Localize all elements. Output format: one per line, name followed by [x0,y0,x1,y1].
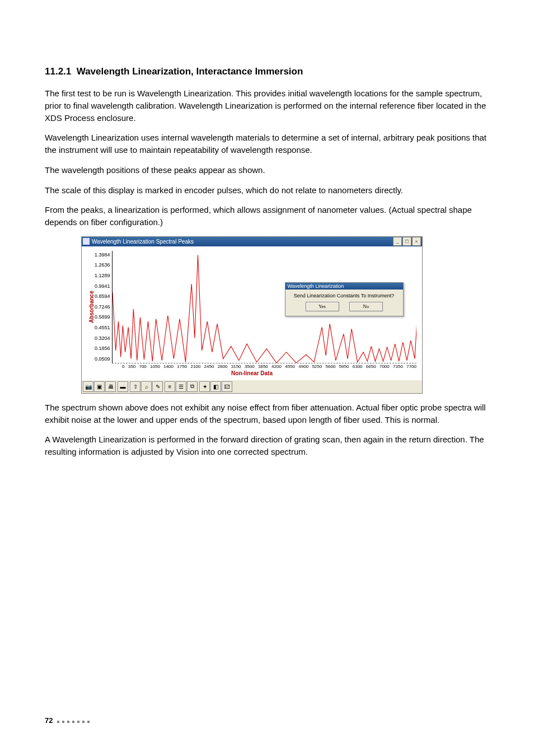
x-tick: 1400 [163,364,174,369]
section-heading: 11.2.1 Wavelength Linearization, Interac… [45,66,489,77]
chart-body: Absorbance 1.39841.26361.12890.99410.859… [82,246,422,380]
x-tick: 6300 [353,364,363,369]
y-axis-label: Absorbance [87,291,95,323]
window-icon [83,238,90,245]
paragraph: The first test to be run is Wavelength L… [45,87,489,124]
color-icon[interactable]: ▬ [118,381,128,392]
axis-down-icon[interactable]: ⌕ [141,381,152,392]
x-tick: 2800 [218,364,228,369]
list-icon[interactable]: ☰ [176,381,186,392]
x-tick: 5600 [326,364,336,369]
y-tick: 1.2636 [95,262,110,268]
y-tick: 0.9941 [95,283,110,289]
camera-icon[interactable]: 📷 [83,381,93,392]
x-tick: 5950 [339,364,349,369]
y-tick: 0.7246 [95,304,110,310]
footer-dots [57,716,92,725]
zoom-full-icon[interactable]: ▣ [94,381,105,392]
x-tick: 3850 [258,364,268,369]
y-tick: 0.5899 [95,314,110,320]
confirmation-dialog: Wavelength Linearization Send Linearizat… [285,282,404,316]
x-tick: 4200 [271,364,282,369]
section-number: 11.2.1 [45,66,71,77]
paragraph: The spectrum shown above does not exhibi… [45,402,489,426]
minimize-button[interactable]: _ [393,237,402,246]
close-button[interactable]: × [412,237,421,246]
x-tick: 1750 [177,364,187,369]
x-tick: 2100 [190,364,200,369]
y-tick: 1.3984 [95,252,110,258]
plot-area[interactable]: Wavelength Linearization Send Linearizat… [112,251,416,363]
no-button[interactable]: No [349,302,383,311]
x-tick: 7700 [406,364,416,369]
x-tick: 7350 [393,364,403,369]
y-tick: 1.1289 [95,273,110,278]
y-tick: 0.4551 [95,325,110,330]
marker-icon[interactable]: ✦ [199,381,210,392]
yes-button[interactable]: Yes [306,302,339,311]
grid-icon[interactable]: ✎ [152,381,163,392]
print-icon[interactable]: 🖶 [105,381,116,392]
maximize-button[interactable]: □ [402,237,411,246]
x-tick: 350 [128,364,135,369]
x-tick: 3150 [231,364,241,369]
page-footer: 72 [45,716,92,725]
x-tick: 7000 [380,364,390,369]
y-axis-ticks: 1.39841.26361.12890.99410.85940.72460.58… [95,251,112,362]
chart-window: Wavelength Linearization Spectral Peaks … [81,236,423,394]
x-tick: 700 [139,364,146,369]
paragraph: The scale of this display is marked in e… [45,184,489,197]
x-tick: 5250 [312,364,322,369]
x-tick: 0 [122,364,124,369]
window-title-bar[interactable]: Wavelength Linearization Spectral Peaks … [82,237,422,246]
y-tick: 0.8594 [95,293,110,299]
properties-icon[interactable]: 🗠 [222,381,232,392]
x-axis-ticks: 0350700105014001750210024502800315035003… [122,363,416,369]
y-tick: 0.0509 [95,356,110,362]
paragraph: The wavelength positions of these peaks … [45,164,489,176]
x-tick: 4550 [285,364,295,369]
region-icon[interactable]: ◧ [210,381,221,392]
x-tick: 6650 [366,364,376,369]
dialog-message: Send Linearization Constants To Instrume… [285,290,403,302]
paragraph: Wavelength Linearization uses internal w… [45,132,489,156]
x-tick: 2450 [204,364,214,369]
page-number: 72 [45,716,53,725]
cursor-icon[interactable]: ≡ [165,381,175,392]
y-tick: 0.3204 [95,335,110,341]
paragraph: A Wavelength Linearization is performed … [45,433,489,458]
x-tick: 4900 [298,364,308,369]
tag-icon[interactable]: ⧉ [187,381,198,392]
x-tick: 3500 [245,364,255,369]
chart-toolbar: 📷▣🖶▬⇧⌕✎≡☰⧉✦◧🗠 [82,380,422,393]
x-axis-label: Non-linear Data [87,369,416,377]
section-title: Wavelength Linearization, Interactance I… [77,66,303,77]
x-tick: 1050 [150,364,160,369]
dialog-title[interactable]: Wavelength Linearization [285,283,403,290]
window-title: Wavelength Linearization Spectral Peaks [92,239,194,245]
y-tick: 0.1856 [95,346,110,351]
axis-up-icon[interactable]: ⇧ [130,381,140,392]
paragraph: From the peaks, a linearization is perfo… [45,204,489,228]
